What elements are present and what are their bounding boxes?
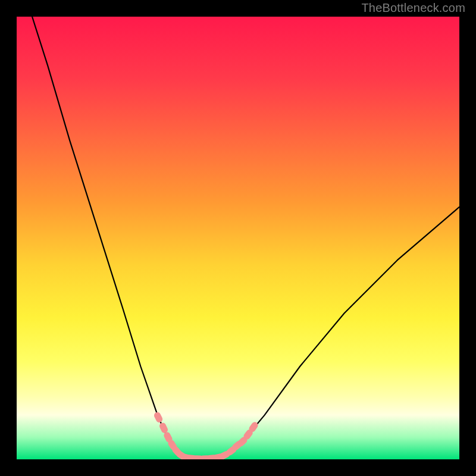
curve-path-group: [32, 17, 459, 459]
plot-area: [17, 17, 459, 459]
curve-svg: [17, 17, 459, 459]
bottleneck-curve: [32, 17, 459, 459]
watermark-text: TheBottleneck.com: [361, 1, 465, 15]
curve-marker: [153, 411, 164, 424]
marker-group: [153, 411, 259, 459]
chart-frame: TheBottleneck.com: [0, 0, 476, 476]
